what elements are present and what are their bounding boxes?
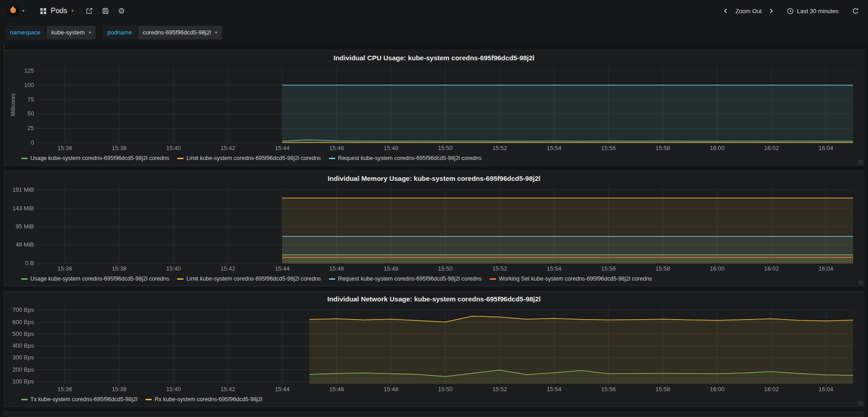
- variable-namespace-value: kube-system: [51, 26, 85, 39]
- x-tick-label: 15:54: [547, 386, 562, 393]
- panel-resize-handle[interactable]: [858, 160, 863, 165]
- dashboard-picker[interactable]: Pods ▾: [34, 4, 79, 18]
- x-tick-label: 15:54: [547, 145, 562, 151]
- clock-icon: [787, 8, 794, 15]
- y-tick-label: 95 MiB: [16, 223, 34, 230]
- x-tick-label: 15:56: [601, 265, 616, 272]
- x-tick-label: 16:00: [710, 265, 725, 272]
- x-tick-label: 15:52: [492, 386, 507, 393]
- x-tick-label: 15:46: [329, 265, 344, 272]
- x-tick-label: 15:52: [492, 265, 507, 272]
- panel-title-filesystem[interactable]: Filesystem Usage: kube-system coredns-69…: [9, 414, 859, 417]
- y-tick-label: 700 Bps: [12, 306, 34, 313]
- gear-icon: ⚙: [118, 7, 125, 15]
- y-tick-label: 125: [24, 67, 34, 74]
- time-shift-left-button[interactable]: [720, 5, 732, 17]
- panel-cpu-usage: Individual CPU Usage: kube-system coredn…: [4, 50, 864, 166]
- share-button[interactable]: [83, 5, 96, 17]
- legend-series-label: Limit kube-system coredns-695f96dcd5-98j…: [186, 276, 321, 282]
- template-variables-bar: namespace kube-system ▾ podname coredns-…: [0, 22, 868, 44]
- save-button[interactable]: [99, 5, 112, 17]
- cpu-usage-legend: Usage kube-system coredns-695f96dcd5-98j…: [9, 153, 859, 164]
- x-tick-label: 15:40: [166, 145, 181, 151]
- legend-series-label: Rx kube-system coredns-695f96dcd5-98j2l: [154, 396, 262, 402]
- variable-namespace-label: namespace: [5, 26, 45, 39]
- caret-down-icon: ▾: [215, 30, 217, 35]
- cpu-usage-graph[interactable]: 15:3615:3815:4015:4215:4415:4615:4815:50…: [9, 64, 859, 153]
- x-tick-label: 15:58: [656, 145, 670, 151]
- x-tick-label: 16:00: [710, 386, 725, 393]
- x-tick-label: 15:36: [58, 265, 72, 272]
- legend-series-marker: [177, 158, 183, 159]
- x-tick-label: 15:40: [166, 265, 181, 272]
- x-tick-label: 15:40: [166, 386, 181, 393]
- zoom-out-button[interactable]: Zoom Out: [735, 8, 762, 15]
- legend-item[interactable]: Usage kube-system coredns-695f96dcd5-98j…: [21, 155, 169, 161]
- legend-series-label: Request kube-system coredns-695f96dcd5-9…: [338, 155, 482, 161]
- grafana-logo-button[interactable]: ▾: [4, 2, 27, 19]
- y-tick-label: 300 Bps: [12, 354, 34, 361]
- y-tick-label: 0 B: [25, 260, 34, 267]
- dashboard-panels: ⋮⋮⋮⋮ Individual CPU Usage: kube-system c…: [0, 44, 868, 417]
- y-tick-label: 500 Bps: [12, 330, 34, 337]
- x-tick-label: 16:00: [710, 145, 725, 151]
- x-tick-label: 15:50: [438, 265, 453, 272]
- legend-item[interactable]: Limit kube-system coredns-695f96dcd5-98j…: [177, 276, 321, 282]
- panel-title-cpu[interactable]: Individual CPU Usage: kube-system coredn…: [9, 52, 859, 64]
- settings-button[interactable]: ⚙: [116, 5, 128, 18]
- legend-item[interactable]: Request kube-system coredns-695f96dcd5-9…: [329, 155, 482, 161]
- chevron-right-icon: [768, 8, 774, 14]
- x-tick-label: 15:58: [656, 265, 670, 272]
- memory-usage-graph[interactable]: 15:3615:3815:4015:4215:4415:4615:4815:50…: [9, 184, 859, 273]
- time-picker-button[interactable]: Last 30 minutes: [787, 8, 839, 15]
- time-range-label: Last 30 minutes: [797, 8, 839, 15]
- share-icon: [86, 7, 93, 15]
- panel-resize-handle[interactable]: [858, 281, 863, 285]
- caret-down-icon: ▾: [22, 9, 24, 13]
- x-tick-label: 15:48: [384, 145, 399, 151]
- variable-podname-label: podname: [103, 26, 136, 39]
- x-tick-label: 15:48: [384, 386, 399, 393]
- legend-item[interactable]: Tx kube-system coredns-695f96dcd5-98j2l: [21, 396, 137, 402]
- x-tick-label: 15:56: [601, 145, 616, 151]
- refresh-icon: [852, 8, 859, 15]
- refresh-button[interactable]: [849, 5, 862, 17]
- x-tick-label: 15:48: [384, 265, 399, 272]
- panel-resize-handle[interactable]: [858, 401, 863, 406]
- legend-series-marker: [145, 399, 152, 400]
- legend-item[interactable]: Rx kube-system coredns-695f96dcd5-98j2l: [145, 396, 262, 402]
- variable-namespace-value-dropdown[interactable]: kube-system ▾: [47, 26, 96, 39]
- variable-podname-value-dropdown[interactable]: coredns-695f96dcd5-98j2l ▾: [138, 26, 222, 39]
- dashboard-title: Pods: [51, 7, 67, 15]
- legend-series-marker: [329, 278, 335, 280]
- legend-item[interactable]: Request kube-system coredns-695f96dcd5-9…: [329, 276, 482, 282]
- legend-series-marker: [177, 278, 183, 280]
- network-usage-graph[interactable]: 15:3615:3815:4015:4215:4415:4615:4815:50…: [9, 305, 859, 394]
- y-tick-label: 143 MiB: [12, 205, 34, 212]
- network-usage-legend: Tx kube-system coredns-695f96dcd5-98j2lR…: [9, 394, 859, 405]
- panel-title-network[interactable]: Individual Network Usage: kube-system co…: [9, 293, 859, 305]
- x-tick-label: 16:02: [764, 386, 779, 393]
- legend-series-label: Usage kube-system coredns-695f96dcd5-98j…: [30, 276, 169, 282]
- panel-title-memory[interactable]: Individual Memory Usage: kube-system cor…: [9, 173, 859, 184]
- dashboards-grid-icon: [40, 8, 47, 15]
- legend-item[interactable]: Working Set kube-system coredns-695f96dc…: [490, 276, 652, 282]
- y-tick-label: 25: [28, 125, 34, 131]
- x-tick-label: 15:44: [275, 386, 290, 393]
- x-tick-label: 15:36: [58, 145, 72, 151]
- panel-network-usage: Individual Network Usage: kube-system co…: [4, 291, 864, 407]
- x-tick-label: 15:46: [329, 386, 344, 393]
- y-axis-title: Millicores: [10, 93, 16, 116]
- legend-item[interactable]: Usage kube-system coredns-695f96dcd5-98j…: [21, 276, 169, 282]
- grafana-logo-icon: [6, 4, 20, 18]
- y-tick-label: 75: [28, 96, 34, 103]
- x-tick-label: 15:50: [438, 145, 453, 151]
- legend-series-label: Working Set kube-system coredns-695f96dc…: [499, 276, 652, 282]
- legend-series-marker: [21, 399, 28, 400]
- legend-item[interactable]: Limit kube-system coredns-695f96dcd5-98j…: [177, 155, 321, 161]
- legend-series-marker: [21, 158, 28, 159]
- x-tick-label: 15:46: [329, 145, 344, 151]
- row-drag-handle-icon[interactable]: ⋮⋮⋮⋮: [0, 45, 3, 53]
- time-shift-right-button[interactable]: [765, 5, 777, 17]
- y-tick-label: 50: [28, 110, 34, 117]
